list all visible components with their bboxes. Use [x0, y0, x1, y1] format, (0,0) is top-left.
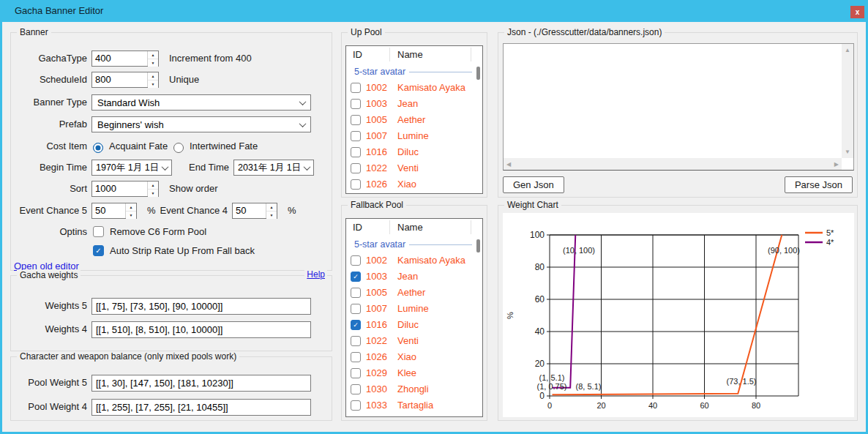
scheduleid-value[interactable]: 800 [92, 72, 147, 87]
checkbox-unchecked-icon[interactable] [351, 163, 361, 173]
checkbox-checked-icon[interactable]: ✓ [351, 272, 361, 282]
gachatype-value[interactable]: 400 [92, 51, 147, 66]
remove-c6-label[interactable]: Remove C6 Form Pool [110, 224, 206, 240]
titlebar[interactable]: Gacha Banner Editor x [0, 0, 868, 22]
list-item[interactable]: 1003Jean [346, 96, 482, 112]
checkbox-unchecked-icon[interactable] [351, 288, 361, 298]
scroll-left-icon[interactable]: ◀ [506, 161, 511, 168]
gen-json-button[interactable]: Gen Json [503, 176, 564, 193]
scroll-right-icon[interactable]: ▶ [834, 161, 839, 168]
pool-balance-group: Character and weapon balance (only mixed… [10, 356, 332, 421]
list-item[interactable]: ✓1016Diluc [346, 317, 482, 333]
remove-c6-checkbox[interactable] [93, 226, 104, 237]
spin-up-icon[interactable]: ▲ [148, 51, 158, 59]
scrollbar-thumb[interactable] [476, 239, 480, 252]
list-item[interactable]: 1016Diluc [346, 144, 482, 160]
spin-down-icon[interactable]: ▼ [148, 190, 158, 197]
checkbox-unchecked-icon[interactable] [351, 304, 361, 314]
vertical-scrollbar[interactable]: ▲ ▼ [842, 44, 853, 158]
pool-weight-5-label: Pool Weight 5 [11, 375, 87, 391]
spin-down-icon[interactable]: ▼ [148, 59, 158, 67]
event-chance-5-label: Event Chance 5 [11, 203, 87, 219]
list-item[interactable]: 1002Kamisato Ayaka [346, 252, 482, 269]
acquaint-fate-label[interactable]: Acquaint Fate [109, 138, 168, 154]
checkbox-unchecked-icon[interactable] [351, 179, 361, 190]
checkbox-checked-icon[interactable]: ✓ [351, 416, 361, 417]
event-chance-4-spinner[interactable]: 50 ▲▼ [232, 203, 277, 219]
spin-down-icon[interactable]: ▼ [148, 81, 158, 88]
item-name: Lumine [397, 128, 429, 144]
prefab-select[interactable]: Beginners' wish [91, 116, 311, 132]
scroll-down-icon[interactable]: ▼ [845, 149, 850, 155]
spin-down-icon[interactable]: ▼ [266, 212, 277, 219]
list-item[interactable]: 1005Aether [346, 285, 482, 301]
list-item[interactable]: 1005Aether [346, 112, 482, 128]
weights-5-input[interactable]: [[1, 75], [73, 150], [90, 10000]] [91, 298, 311, 315]
fallback-pool-list[interactable]: ID Name 5-star avatar 1002Kamisato Ayaka… [345, 218, 483, 417]
item-name: Diluc [397, 317, 419, 333]
checkbox-checked-icon[interactable]: ✓ [351, 320, 361, 330]
spin-up-icon[interactable]: ▲ [126, 203, 136, 212]
event-chance-5-spinner[interactable]: 50 ▲▼ [91, 203, 137, 219]
spin-up-icon[interactable]: ▲ [266, 203, 277, 212]
list-item[interactable]: 1029Klee [346, 365, 482, 381]
checkbox-unchecked-icon[interactable] [351, 147, 361, 157]
intertwined-fate-radio[interactable] [173, 141, 184, 154]
scroll-up-icon[interactable]: ▲ [845, 47, 850, 53]
checkbox-unchecked-icon[interactable] [351, 131, 361, 141]
spin-up-icon[interactable]: ▲ [148, 72, 158, 81]
svg-text:(90, 100): (90, 100) [768, 246, 800, 255]
list-item[interactable]: 1026Xiao [346, 176, 482, 192]
auto-strip-checkbox[interactable]: ✓ [93, 245, 104, 256]
auto-strip-label[interactable]: Auto Strip Rate Up From Fall back [110, 243, 255, 259]
list-item[interactable]: 1033Tartaglia [346, 397, 482, 414]
list-item[interactable]: 1002Kamisato Ayaka [346, 80, 482, 96]
pool-weight-5-input[interactable]: [[1, 30], [147, 150], [181, 10230]] [91, 375, 311, 392]
list-item[interactable]: ✓1035Qiqi [346, 414, 482, 417]
horizontal-scrollbar[interactable]: ◀ ▶ [504, 158, 842, 170]
spin-up-icon[interactable]: ▲ [148, 182, 158, 190]
list-item[interactable]: 1022Venti [346, 160, 482, 176]
sort-spinner[interactable]: 1000 ▲▼ [91, 181, 159, 197]
weights-4-input[interactable]: [[1, 510], [8, 510], [10, 10000]] [91, 321, 311, 338]
event-chance-5-value[interactable]: 50 [92, 203, 125, 218]
parse-json-button[interactable]: Parse Json [785, 176, 853, 193]
scheduleid-spinner[interactable]: 800 ▲▼ [91, 72, 159, 88]
help-link[interactable]: Help [304, 269, 327, 280]
checkbox-unchecked-icon[interactable] [351, 83, 361, 93]
json-text[interactable] [506, 45, 840, 157]
banner-type-select[interactable]: Standard Wish [91, 94, 311, 111]
acquaint-fate-radio[interactable] [93, 141, 103, 154]
end-time-picker[interactable]: 2031年 1月 1日 [233, 160, 314, 176]
prefab-label: Prefab [11, 116, 87, 132]
spin-down-icon[interactable]: ▼ [126, 212, 136, 219]
up-pool-list[interactable]: ID Name 5-star avatar 1002Kamisato Ayaka… [345, 45, 483, 194]
list-item[interactable]: 1007Lumine [346, 301, 482, 317]
gachatype-spinner[interactable]: 400 ▲▼ [91, 50, 159, 67]
checkbox-unchecked-icon[interactable] [351, 384, 361, 394]
checkbox-unchecked-icon[interactable] [351, 115, 361, 125]
event-chance-4-value[interactable]: 50 [233, 203, 266, 218]
chevron-down-icon [299, 98, 307, 105]
checkbox-unchecked-icon[interactable] [351, 99, 361, 109]
list-item[interactable]: 1022Venti [346, 333, 482, 349]
checkbox-unchecked-icon[interactable] [351, 255, 361, 266]
checkbox-unchecked-icon[interactable] [351, 352, 361, 362]
scrollbar-thumb[interactable] [476, 67, 480, 80]
item-id: 1003 [366, 96, 387, 112]
gachatype-hint: Increment from 400 [169, 50, 252, 67]
json-textarea[interactable]: ▲ ▼ ◀ ▶ [503, 43, 854, 171]
intertwined-fate-label[interactable]: Intertwined Fate [190, 138, 258, 154]
checkbox-unchecked-icon[interactable] [351, 336, 361, 346]
list-item[interactable]: 1030Zhongli [346, 381, 482, 397]
item-id: 1003 [366, 269, 387, 285]
list-item[interactable]: 1007Lumine [346, 128, 482, 144]
checkbox-unchecked-icon[interactable] [351, 400, 361, 411]
list-item[interactable]: 1026Xiao [346, 349, 482, 365]
checkbox-unchecked-icon[interactable] [351, 368, 361, 378]
pool-weight-4-input[interactable]: [[1, 255], [17, 255], [21, 10455]] [91, 399, 311, 416]
sort-value[interactable]: 1000 [92, 182, 147, 196]
close-button[interactable]: x [850, 6, 864, 18]
svg-text:0: 0 [547, 401, 552, 410]
list-item[interactable]: ✓1003Jean [346, 269, 482, 285]
